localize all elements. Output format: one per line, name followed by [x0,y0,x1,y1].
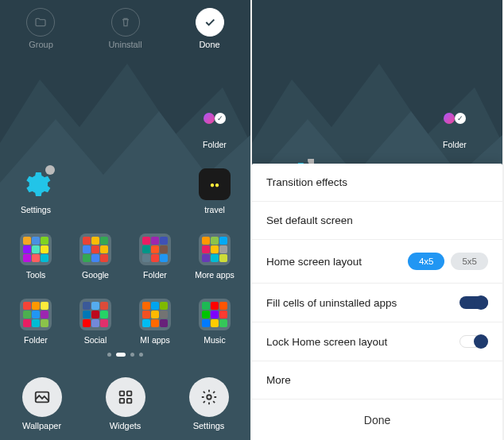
folder-icon [20,234,52,265]
more-apps-folder[interactable]: More apps [190,234,239,280]
left-screenshot: Group Uninstall Done ✓ Folder [0,0,250,440]
svg-rect-7 [126,399,131,403]
fill-cells-row: Fill cells of uninstalled apps [252,284,502,322]
folder-icon [79,299,111,330]
folder-icon [26,8,55,37]
home-grid: ✓ Folder Settings ●● travel Tools Goo [0,103,250,364]
page-indicator [0,353,250,357]
row-label: Transition effects [266,176,347,188]
app-label: Settings [21,205,51,214]
travel-app[interactable]: ●● travel [190,168,239,214]
app-label: Folder [203,140,227,149]
widgets-button[interactable]: Widgets [106,377,145,430]
check-icon [196,8,224,37]
svg-rect-4 [119,392,124,396]
svg-point-8 [207,395,211,399]
gear-icon [20,168,52,200]
sheet-done-button[interactable]: Done [252,399,502,440]
travel-icon: ●● [199,168,231,200]
image-icon [22,377,62,417]
folder-icon [79,234,111,265]
edit-bottom-bar: Wallpaper Widgets Settings [0,377,250,430]
folder-3[interactable]: Folder [130,234,180,280]
folder-icon [199,299,231,330]
app-label: MI apps [140,335,169,345]
app-label: Tools [26,270,46,280]
widgets-icon [106,377,145,417]
selection-badge [45,165,55,175]
app-label: Music [204,335,225,345]
app-label: Folder [143,270,167,280]
folder-icon [20,299,52,330]
mi-apps-folder[interactable]: MI apps [130,299,180,345]
folder-4[interactable]: Folder [11,299,60,345]
lock-layout-toggle[interactable] [459,335,488,348]
more-row[interactable]: More [252,361,502,399]
layout-pill-group: 4x5 5x5 [408,253,488,270]
wallpaper-label: Wallpaper [22,421,61,430]
page-dot [107,353,111,357]
group-button[interactable]: Group [26,8,55,49]
page-dot-active [116,353,126,357]
uninstall-button[interactable]: Uninstall [108,8,142,49]
row-label: Lock Home screen layout [266,336,387,348]
app-label: travel [204,205,225,214]
done-label: Done [199,40,219,49]
social-folder[interactable]: Social [71,299,120,345]
wallpaper-button[interactable]: Wallpaper [22,377,62,430]
folder-icon: ✓ [439,103,471,135]
widgets-label: Widgets [110,421,142,430]
group-label: Group [29,40,53,49]
page-dot [130,353,134,357]
row-label: Fill cells of uninstalled apps [266,297,397,309]
layout-pill-4x5[interactable]: 4x5 [408,253,445,270]
app-label: Social [84,335,107,345]
done-label: Done [364,414,390,426]
music-folder[interactable]: Music [190,299,239,345]
folder-icon [139,299,171,330]
svg-rect-6 [119,399,124,403]
home-layout-row: Home screen layout 4x5 5x5 [252,240,502,284]
settings-app[interactable]: Settings [11,168,60,214]
fill-cells-toggle[interactable] [459,296,488,309]
uninstall-label: Uninstall [108,40,142,49]
google-folder[interactable]: Google [71,234,120,280]
settings-label: Settings [193,421,225,430]
row-label: More [266,374,291,386]
folder-icon: ✓ [199,103,231,135]
right-screenshot: ✓ Folder Transition effects Set default … [252,0,502,440]
app-label: Google [82,270,109,280]
tools-folder[interactable]: Tools [11,234,60,280]
folder-icon [139,234,171,265]
transition-effects-row[interactable]: Transition effects [252,164,502,202]
folder-icon [199,234,231,265]
settings-button[interactable]: Settings [189,377,229,430]
trash-icon [111,8,140,37]
svg-rect-5 [126,392,131,396]
lock-layout-row: Lock Home screen layout [252,322,502,361]
folder-app[interactable]: ✓ Folder [430,103,479,149]
gear-icon [189,377,229,417]
set-default-screen-row[interactable]: Set default screen [252,202,502,240]
page-dot [139,353,143,357]
folder-app[interactable]: ✓ Folder [190,103,239,149]
home-settings-sheet: Transition effects Set default screen Ho… [252,164,502,440]
edit-mode-toolbar: Group Uninstall Done [0,8,250,49]
app-label: Folder [443,140,467,149]
row-label: Set default screen [266,214,353,226]
app-label: Folder [24,335,48,345]
done-button[interactable]: Done [196,8,224,49]
layout-pill-5x5[interactable]: 5x5 [451,253,488,270]
app-label: More apps [195,270,235,280]
row-label: Home screen layout [266,256,362,268]
